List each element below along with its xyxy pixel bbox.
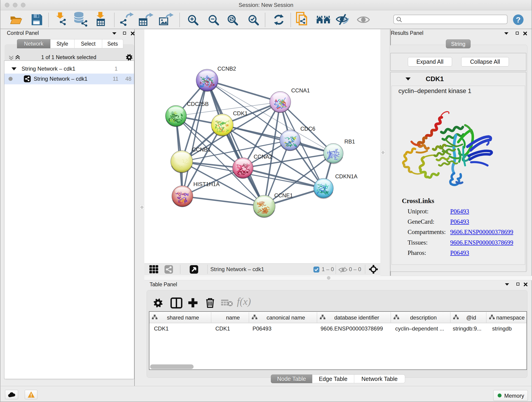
svg-text:CDKN1A: CDKN1A [335, 173, 357, 179]
svg-text:RB1: RB1 [344, 138, 355, 145]
svg-text:CCNB2: CCNB2 [217, 65, 236, 72]
svg-text:CDK1: CDK1 [233, 110, 248, 116]
svg-text:CDC25B: CDC25B [187, 101, 209, 107]
svg-text:CCNA2: CCNA2 [254, 153, 272, 160]
svg-text:CCNB1: CCNB1 [192, 147, 210, 153]
svg-text:HIST1H1A: HIST1H1A [193, 181, 220, 187]
svg-text:CCNE1: CCNE1 [274, 192, 293, 198]
svg-text:CCNA1: CCNA1 [291, 87, 310, 94]
svg-text:CDC6: CDC6 [300, 126, 315, 132]
